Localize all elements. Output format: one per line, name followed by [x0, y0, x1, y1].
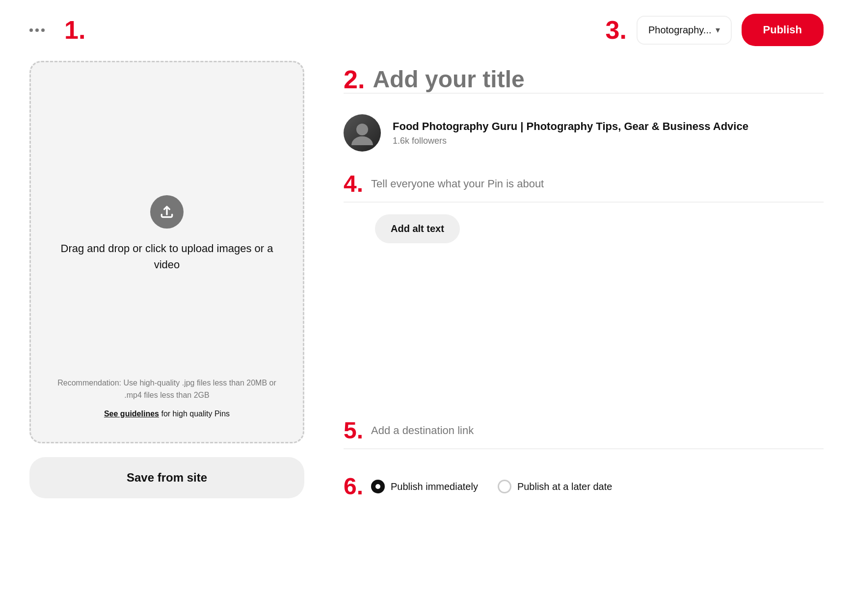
link-divider [344, 448, 824, 449]
step-2-label: 2. [344, 67, 365, 92]
guidelines-link-text: See guidelines for high quality Pins [51, 410, 283, 418]
title-row: 2. [344, 66, 824, 93]
link-input[interactable] [371, 424, 824, 437]
chevron-down-icon: ▾ [716, 25, 720, 35]
description-section: 4. Add alt text [344, 172, 824, 243]
description-row: 4. [344, 172, 824, 202]
main-content: Drag and drop or click to upload images … [0, 56, 853, 528]
upload-center: Drag and drop or click to upload images … [51, 92, 283, 377]
header-left: 1. [29, 15, 85, 45]
profile-name: Food Photography Guru | Photography Tips… [393, 120, 748, 133]
header-right: 3. Photography... ▾ Publish [606, 14, 824, 46]
board-selector[interactable]: Photography... ▾ [637, 16, 732, 45]
publish-later-option[interactable]: Publish at a later date [498, 480, 612, 493]
description-input[interactable] [371, 178, 824, 190]
profile-row: Food Photography Guru | Photography Tips… [344, 109, 824, 156]
publish-options-row: 6. Publish immediately Publish at a late… [344, 465, 824, 498]
save-from-site-button[interactable]: Save from site [29, 457, 304, 498]
title-divider [344, 93, 824, 94]
link-row: 5. [344, 419, 824, 448]
guidelines-suffix: for high quality Pins [159, 410, 230, 418]
step-3-label: 3. [606, 15, 627, 45]
link-section: 5. [344, 419, 824, 449]
upload-icon-button[interactable] [150, 195, 184, 229]
avatar-image [344, 114, 381, 152]
description-divider [344, 202, 824, 203]
add-alt-text-button[interactable]: Add alt text [375, 214, 460, 243]
publish-button[interactable]: Publish [742, 14, 824, 46]
dot [35, 28, 39, 32]
board-selector-label: Photography... [648, 25, 712, 36]
step-6-label: 6. [344, 475, 363, 498]
left-panel: Drag and drop or click to upload images … [29, 61, 304, 498]
dot [41, 28, 45, 32]
title-input[interactable] [373, 66, 824, 93]
step-5-label: 5. [344, 419, 363, 442]
radio-options: Publish immediately Publish at a later d… [371, 480, 612, 493]
guidelines-link[interactable]: See guidelines [104, 410, 159, 418]
upload-footer: Recommendation: Use high-quality .jpg fi… [51, 377, 283, 418]
publish-immediately-label: Publish immediately [391, 481, 478, 492]
publish-later-label: Publish at a later date [517, 481, 612, 492]
publish-immediately-option[interactable]: Publish immediately [371, 480, 478, 493]
step-4-label: 4. [344, 172, 363, 196]
header: 1. 3. Photography... ▾ Publish [0, 0, 853, 56]
profile-followers: 1.6k followers [393, 136, 748, 146]
profile-info: Food Photography Guru | Photography Tips… [393, 120, 748, 146]
svg-point-1 [351, 136, 373, 145]
upload-area[interactable]: Drag and drop or click to upload images … [29, 61, 304, 443]
recommendation-text: Recommendation: Use high-quality .jpg fi… [51, 377, 283, 402]
step-1-label: 1. [64, 15, 85, 45]
title-section: 2. [344, 66, 824, 94]
dot [29, 28, 33, 32]
upload-text: Drag and drop or click to upload images … [51, 240, 283, 273]
right-panel: 2. Food Photography Guru | Photography T… [344, 61, 824, 498]
upload-arrow-icon [159, 204, 175, 220]
avatar-silhouette [350, 121, 374, 145]
publish-later-radio[interactable] [498, 480, 511, 493]
avatar [344, 114, 381, 152]
svg-point-0 [356, 124, 368, 135]
publish-immediately-radio[interactable] [371, 480, 385, 493]
dots-menu[interactable] [29, 28, 45, 32]
